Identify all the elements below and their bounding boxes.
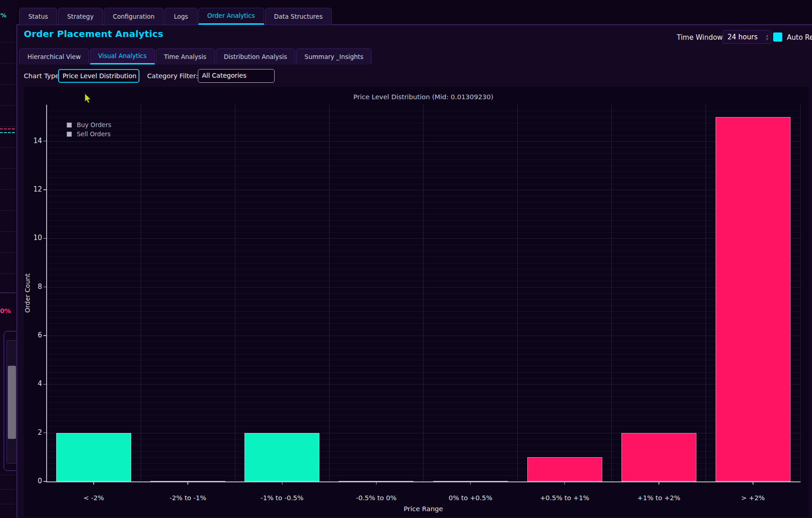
legend-label: Buy Orders bbox=[77, 121, 111, 128]
y-axis-tick-label: 2 bbox=[17, 428, 42, 437]
category-filter-label: Category Filter: bbox=[147, 72, 198, 80]
bar-sell bbox=[527, 457, 602, 481]
analytics-subtabbar: Hierarchical View Visual Analytics Time … bbox=[19, 48, 372, 64]
grid-line-horizontal bbox=[47, 269, 800, 269]
x-axis-tick-label: -1% to -0.5% bbox=[235, 494, 329, 502]
bar-sell bbox=[621, 433, 696, 481]
background-table-rows-bottom bbox=[0, 475, 16, 518]
chart-type-select[interactable]: Price Level Distribution bbox=[58, 69, 139, 83]
spinner-arrows-icon[interactable]: ▲▼ bbox=[765, 34, 770, 41]
y-axis-tick bbox=[43, 481, 47, 482]
grid-line-horizontal bbox=[47, 256, 800, 257]
tab-status[interactable]: Status bbox=[19, 8, 57, 25]
x-axis-tick-label: 0% to +0.5% bbox=[424, 494, 518, 502]
legend-item: Buy Orders bbox=[67, 120, 111, 129]
grid-line-horizontal bbox=[47, 311, 800, 312]
background-separator bbox=[0, 293, 16, 293]
background-window-sliver: % 0% bbox=[0, 0, 16, 518]
x-axis-title: Price Range bbox=[47, 505, 800, 513]
legend-label: Sell Orders bbox=[77, 130, 111, 138]
grid-line-horizontal bbox=[47, 129, 800, 129]
y-axis-tick-label: 14 bbox=[17, 137, 42, 145]
chart-title: Price Level Distribution (Mid: 0.0130923… bbox=[47, 93, 800, 101]
grid-line-horizontal bbox=[47, 141, 800, 142]
background-dashed-line-pink bbox=[0, 128, 15, 129]
y-axis-tick bbox=[43, 384, 47, 385]
grid-line-horizontal bbox=[47, 245, 800, 245]
grid-line-horizontal bbox=[47, 402, 800, 403]
page-title: Order Placement Analytics bbox=[24, 28, 163, 39]
grid-line-horizontal bbox=[47, 275, 800, 275]
x-axis-tick-label: < -2% bbox=[47, 494, 141, 502]
y-axis-tick bbox=[43, 189, 47, 190]
grid-line-horizontal bbox=[47, 384, 800, 384]
grid-line-horizontal bbox=[47, 171, 800, 172]
mouse-cursor-icon bbox=[85, 94, 92, 104]
category-filter-select[interactable]: All Categories bbox=[198, 69, 275, 83]
bar-sell bbox=[716, 117, 791, 481]
bar-zero bbox=[339, 481, 414, 482]
x-axis-tick bbox=[376, 482, 377, 485]
subtab-distribution-analysis[interactable]: Distribution Analysis bbox=[216, 48, 296, 64]
subtab-hierarchical-view[interactable]: Hierarchical View bbox=[19, 48, 89, 64]
y-axis-tick bbox=[43, 335, 47, 336]
bar-buy bbox=[244, 433, 319, 481]
y-axis-title: Order Count bbox=[24, 273, 31, 313]
grid-line-horizontal bbox=[47, 160, 800, 160]
subtab-time-analysis[interactable]: Time Analysis bbox=[156, 48, 215, 64]
x-axis-tick bbox=[187, 482, 188, 485]
grid-line-horizontal bbox=[47, 378, 800, 379]
grid-line-horizontal bbox=[47, 330, 800, 330]
main-tabbar: Status Strategy Configuration Logs Order… bbox=[19, 8, 333, 25]
x-axis-tick-label: +0.5% to +1% bbox=[518, 494, 612, 502]
bar-buy bbox=[56, 433, 131, 481]
grid-line-horizontal bbox=[47, 366, 800, 366]
grid-line-horizontal bbox=[47, 293, 800, 294]
grid-line-horizontal bbox=[47, 360, 800, 360]
grid-line-horizontal bbox=[47, 415, 800, 415]
grid-line-horizontal bbox=[47, 372, 800, 373]
y-axis-tick bbox=[43, 141, 47, 142]
tab-configuration[interactable]: Configuration bbox=[104, 8, 164, 25]
legend-marker-icon bbox=[67, 132, 72, 137]
time-window-select[interactable]: 24 hours ▲▼ bbox=[723, 30, 771, 44]
grid-line-horizontal bbox=[47, 190, 800, 190]
y-axis-tick bbox=[43, 433, 47, 433]
y-axis-tick-label: 8 bbox=[17, 283, 42, 291]
subtab-summary-insights[interactable]: Summary _Insights bbox=[296, 48, 372, 64]
grid-line-horizontal bbox=[47, 111, 800, 111]
background-table-rows bbox=[0, 42, 16, 289]
tab-data-structures[interactable]: Data Structures bbox=[265, 8, 332, 25]
grid-line-horizontal bbox=[47, 336, 800, 336]
grid-line-horizontal bbox=[47, 153, 800, 154]
x-axis-tick bbox=[658, 482, 659, 485]
auto-refresh-checkbox[interactable] bbox=[773, 32, 782, 42]
grid-line-horizontal bbox=[47, 220, 800, 221]
subtab-visual-analytics[interactable]: Visual Analytics bbox=[90, 48, 155, 64]
time-window-label: Time Window: bbox=[677, 33, 725, 42]
y-axis-tick-label: 6 bbox=[17, 331, 42, 339]
x-axis-tick-label: -2% to -1% bbox=[141, 494, 235, 502]
chart-card: Price Level Distribution (Mid: 0.0130923… bbox=[24, 87, 809, 517]
grid-line-horizontal bbox=[47, 177, 800, 178]
tab-order-analytics[interactable]: Order Analytics bbox=[198, 8, 264, 25]
tab-logs[interactable]: Logs bbox=[165, 8, 197, 25]
legend-item: Sell Orders bbox=[67, 129, 111, 139]
y-axis-tick bbox=[43, 238, 47, 239]
grid-line-horizontal bbox=[47, 184, 800, 184]
grid-line-horizontal bbox=[47, 396, 800, 397]
y-axis-tick-label: 12 bbox=[17, 185, 42, 193]
grid-line-horizontal bbox=[47, 421, 800, 421]
grid-line-horizontal bbox=[47, 123, 800, 123]
x-axis-tick bbox=[470, 482, 471, 485]
grid-line-horizontal bbox=[47, 354, 800, 354]
background-percent-value: % bbox=[0, 12, 6, 19]
bar-zero bbox=[433, 481, 508, 482]
grid-line-horizontal bbox=[47, 348, 800, 348]
grid-line-horizontal bbox=[47, 409, 800, 409]
grid-line-horizontal bbox=[47, 214, 800, 214]
grid-line-horizontal bbox=[47, 427, 800, 427]
tab-strategy[interactable]: Strategy bbox=[58, 8, 103, 25]
time-window-value: 24 hours bbox=[727, 33, 758, 41]
grid-line-horizontal bbox=[47, 317, 800, 318]
